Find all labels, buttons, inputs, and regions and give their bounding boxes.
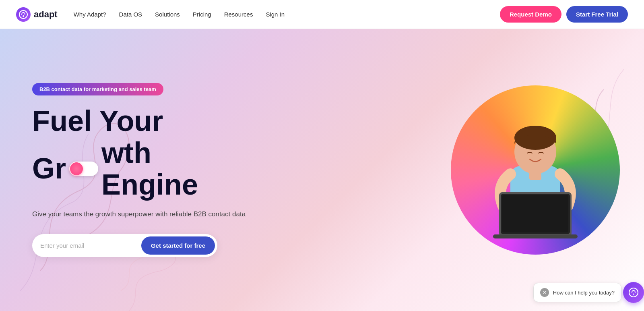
nav-why-adapt[interactable]: Why Adapt? bbox=[74, 11, 106, 18]
email-input[interactable] bbox=[40, 242, 141, 249]
get-started-button[interactable]: Get started for free bbox=[141, 236, 215, 255]
request-demo-button[interactable]: Request Demo bbox=[500, 6, 561, 23]
nav-data-os[interactable]: Data OS bbox=[119, 11, 142, 18]
nav-solutions[interactable]: Solutions bbox=[155, 11, 180, 18]
hero-title-line1: Fuel Your bbox=[32, 105, 250, 137]
logo-icon bbox=[16, 7, 31, 22]
title-gr: Gr bbox=[32, 153, 66, 185]
person-illustration bbox=[451, 85, 620, 255]
chat-icon-button[interactable] bbox=[623, 282, 644, 303]
nav-actions: Request Demo Start Free Trial bbox=[500, 6, 628, 23]
chat-bubble: ✕ How can I help you today? bbox=[533, 283, 621, 302]
hero-badge: B2B contact data for marketing and sales… bbox=[32, 83, 163, 95]
chat-close-button[interactable]: ✕ bbox=[540, 288, 549, 297]
chat-message: How can I help you today? bbox=[553, 290, 615, 296]
chat-widget: ✕ How can I help you today? bbox=[533, 282, 644, 303]
svg-rect-8 bbox=[502, 195, 568, 232]
logo-text: adapt bbox=[34, 9, 58, 20]
email-form: Get started for free bbox=[32, 234, 217, 257]
svg-point-14 bbox=[633, 294, 634, 295]
toggle-icon bbox=[69, 162, 98, 176]
hero-section: B2B contact data for marketing and sales… bbox=[0, 29, 644, 311]
svg-rect-12 bbox=[529, 170, 541, 180]
nav-resources[interactable]: Resources bbox=[224, 11, 253, 18]
nav-sign-in[interactable]: Sign In bbox=[266, 11, 285, 18]
svg-point-0 bbox=[19, 10, 27, 19]
hero-image-area bbox=[451, 85, 620, 255]
logo[interactable]: adapt bbox=[16, 7, 58, 22]
hero-content: B2B contact data for marketing and sales… bbox=[0, 51, 282, 290]
nav-links: Why Adapt? Data OS Solutions Pricing Res… bbox=[74, 11, 500, 18]
nav-pricing[interactable]: Pricing bbox=[193, 11, 211, 18]
start-free-trial-button[interactable]: Start Free Trial bbox=[566, 6, 628, 23]
title-wth: wth Engine bbox=[101, 137, 250, 201]
hero-title: Fuel Your Gr wth Engine bbox=[32, 105, 250, 201]
hero-subtitle: Give your teams the growth superpower wi… bbox=[32, 209, 250, 220]
hero-title-line2: Gr wth Engine bbox=[32, 137, 250, 201]
svg-rect-9 bbox=[493, 234, 578, 238]
toggle-dot bbox=[70, 162, 83, 175]
hero-circle-bg bbox=[451, 85, 620, 255]
navbar: adapt Why Adapt? Data OS Solutions Prici… bbox=[0, 0, 644, 29]
svg-point-1 bbox=[23, 15, 24, 17]
svg-point-13 bbox=[629, 288, 638, 297]
